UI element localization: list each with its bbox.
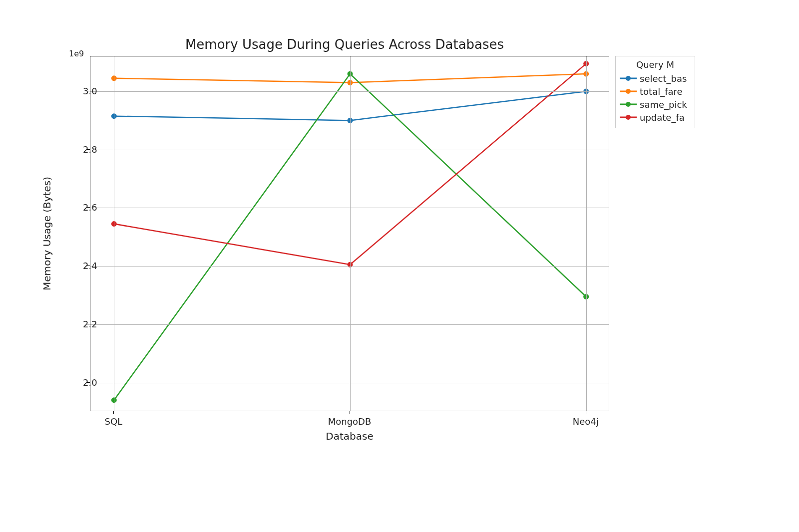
y-tick-label: 2.8 bbox=[83, 144, 84, 154]
y-tick-label: 2.2 bbox=[83, 318, 84, 329]
legend-label: same_pick bbox=[640, 99, 687, 110]
legend-title: Query M bbox=[620, 59, 691, 70]
y-tick bbox=[87, 207, 90, 208]
y-tick-label: 3.0 bbox=[83, 86, 84, 96]
x-tick-label: Neo4j bbox=[573, 416, 599, 427]
x-tick bbox=[350, 411, 350, 414]
legend-label: total_fare bbox=[640, 86, 683, 97]
gridline-horizontal bbox=[90, 91, 609, 92]
gridline-horizontal bbox=[90, 208, 609, 208]
gridline-vertical bbox=[114, 56, 114, 411]
x-tick bbox=[586, 411, 586, 414]
legend-label: select_bas bbox=[640, 73, 687, 84]
y-tick-label: 2.4 bbox=[83, 261, 84, 271]
x-tick-label: SQL bbox=[105, 416, 123, 427]
y-tick bbox=[87, 149, 90, 150]
legend-item: same_pick bbox=[620, 98, 691, 111]
x-tick-label: MongoDB bbox=[328, 416, 372, 427]
legend: Query M select_bastotal_faresame_pickupd… bbox=[615, 56, 695, 128]
legend-swatch bbox=[620, 100, 637, 109]
gridline-vertical bbox=[350, 56, 351, 411]
y-tick-label: 2.0 bbox=[83, 377, 84, 387]
legend-swatch bbox=[620, 74, 637, 83]
legend-item: update_fa bbox=[620, 111, 691, 124]
gridline-horizontal bbox=[90, 324, 609, 325]
chart-title: Memory Usage During Queries Across Datab… bbox=[0, 37, 689, 52]
y-tick-label: 2.6 bbox=[83, 202, 84, 213]
y-exponent-label: 1e9 bbox=[69, 49, 84, 58]
x-tick bbox=[113, 411, 114, 414]
chart-canvas: Memory Usage During Queries Across Datab… bbox=[0, 0, 799, 532]
legend-label: update_fa bbox=[640, 112, 685, 123]
plot-area bbox=[90, 56, 609, 411]
gridline-horizontal bbox=[90, 383, 609, 383]
y-axis-label: Memory Usage (Bytes) bbox=[41, 177, 53, 290]
legend-swatch bbox=[620, 113, 637, 122]
x-axis-label: Database bbox=[326, 430, 373, 442]
y-tick bbox=[87, 324, 90, 324]
legend-item: total_fare bbox=[620, 85, 691, 98]
gridline-horizontal bbox=[90, 266, 609, 266]
gridline-vertical bbox=[586, 56, 587, 411]
y-tick bbox=[87, 382, 90, 383]
gridline-horizontal bbox=[90, 150, 609, 150]
legend-swatch bbox=[620, 87, 637, 96]
legend-item: select_bas bbox=[620, 72, 691, 85]
y-tick bbox=[87, 266, 90, 266]
y-tick bbox=[87, 91, 90, 91]
